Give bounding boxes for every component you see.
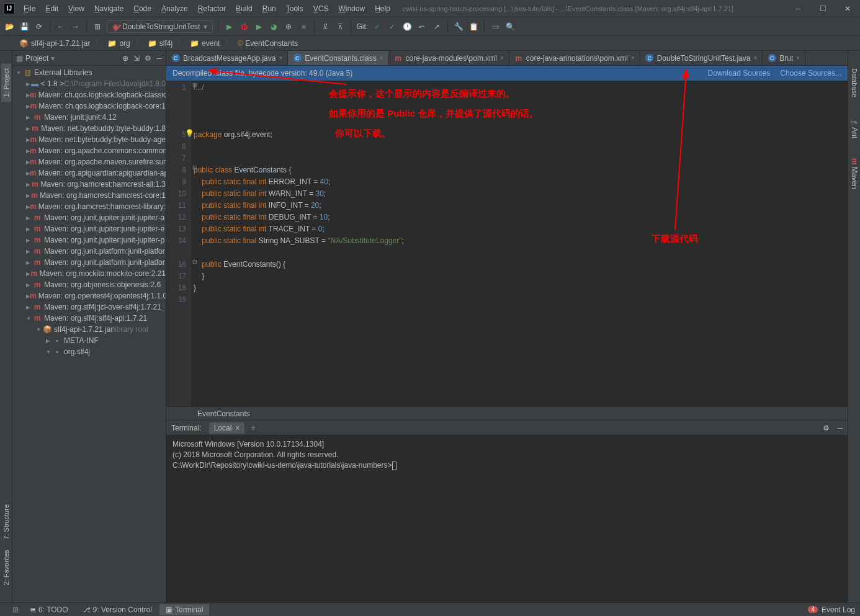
git-push-icon[interactable]: ↗ [431,21,442,32]
menu-code[interactable]: Code [128,2,156,16]
menu-run[interactable]: Run [258,2,281,16]
profile-icon[interactable]: ◕ [268,21,279,32]
close-icon[interactable]: × [279,55,282,61]
choose-sources-link[interactable]: Choose Sources... [780,69,841,78]
close-icon[interactable]: × [631,55,635,61]
tree-row[interactable]: ▶mMaven: org.junit.jupiter:junit-jupiter… [12,212,166,223]
gear-icon[interactable]: ⚙ [145,54,151,63]
project-structure-icon[interactable]: 📋 [468,21,479,32]
git-commit-icon[interactable]: ✓ [387,21,398,32]
attach-icon[interactable]: ⊕ [283,21,294,32]
editor-tab[interactable]: CBroadcastMessageApp.java× [166,51,288,65]
close-button[interactable]: ✕ [835,0,860,17]
menu-file[interactable]: File [19,2,40,16]
git-pull-icon[interactable]: ✓ [372,21,383,32]
tool-project[interactable]: 1: Project [1,63,11,102]
tree-row[interactable]: ▶mMaven: ch.qos.logback:logback-classic [12,89,166,100]
code-editor[interactable]: 1 567891011121314 16171819 /.../ package… [166,81,848,406]
tree-row[interactable]: ▶mMaven: org.objenesis:objenesis:2.6 [12,279,166,290]
open-icon[interactable]: 📂 [4,21,15,32]
download-sources-link[interactable]: Download Sources [708,69,771,78]
close-icon[interactable]: × [500,55,504,61]
tree-row[interactable]: ▶mMaven: org.mockito:mockito-core:2.21 [12,268,166,279]
fold-icon[interactable]: ⊟ [192,164,197,171]
fold-icon[interactable]: ⊞ [192,82,197,88]
git-rollback-icon[interactable]: ⤺ [416,21,428,32]
tree-row[interactable]: ▶mMaven: org.opentest4j:opentest4j:1.1.0 [12,290,166,301]
hide-icon[interactable]: ─ [156,54,162,63]
gear-icon[interactable]: ⚙ [823,424,830,432]
forward-icon[interactable]: → [70,21,81,32]
fold-icon[interactable]: ⊟ [192,259,197,265]
tool-favorites[interactable]: 2: Favorites [1,545,11,590]
tree-row[interactable]: ▶▪META-INF [12,335,166,346]
intention-bulb-icon[interactable]: 💡 [185,129,194,138]
minimize-button[interactable]: ─ [786,0,810,17]
coverage-icon[interactable]: ▶ [253,21,264,32]
tree-row[interactable]: ▶mMaven: net.bytebuddy:byte-buddy:1.8 [12,123,166,134]
git-history-icon[interactable]: 🕐 [401,21,413,32]
tree-row[interactable]: ▶mMaven: org.junit.jupiter:junit-jupiter… [12,223,166,234]
tree-row[interactable]: ▶mMaven: org.apache.commons:common [12,145,166,156]
hide-icon[interactable]: ─ [837,424,843,432]
sync-icon[interactable]: ⟳ [34,21,45,32]
window-icon[interactable]: ▭ [490,21,501,32]
maximize-button[interactable]: ☐ [810,0,835,17]
tree-row[interactable]: ▶mMaven: org.junit.platform:junit-platfo… [12,257,166,268]
save-icon[interactable]: 💾 [19,21,30,32]
editor-tab[interactable]: mcore-java-annotations\pom.xml× [509,51,640,65]
tool-todo[interactable]: ≣6: TODO [24,604,74,615]
run-icon[interactable]: ▶ [223,21,235,32]
breadcrumb-item[interactable]: 📁org [104,38,133,49]
code-text[interactable]: /.../ package org.slf4j.event; public cl… [191,81,848,406]
terminal-tab[interactable]: Local × [209,422,245,434]
tool-ant[interactable]: 🐜 Ant [849,112,860,143]
tool-vcs[interactable]: ⎇9: Version Control [76,604,158,615]
tree-row[interactable]: ▼▥External Libraries [12,67,166,78]
breadcrumb-item[interactable]: 📦slf4j-api-1.7.21.jar [16,38,94,49]
menu-help[interactable]: Help [370,2,395,16]
vcs-commit-icon[interactable]: ⊼ [334,21,346,32]
tree-row[interactable]: ▶mMaven: org.apache.maven.surefire:sure [12,156,166,167]
menu-tools[interactable]: Tools [281,2,308,16]
vcs-update-icon[interactable]: ⊻ [320,21,331,32]
menu-build[interactable]: Build [231,2,258,16]
locate-icon[interactable]: ⊕ [122,54,128,63]
tool-terminal[interactable]: ▣Terminal [159,604,209,615]
breadcrumb-item[interactable]: 📁slf4j [144,38,176,49]
tree-row[interactable]: ▶mMaven: org.slf4j:jcl-over-slf4j:1.7.21 [12,301,166,313]
tree-row[interactable]: ▼▪org.slf4j [12,346,166,357]
tree-row[interactable]: ▼📦slf4j-api-1.7.21.jar library root [12,324,166,335]
menu-vcs[interactable]: VCS [308,2,334,16]
editor-tab[interactable]: CDoubleToStringUnitTest.java× [640,51,763,65]
add-config-icon[interactable]: ⊞ [92,21,103,32]
tool-maven[interactable]: m Maven [849,153,860,194]
add-terminal-icon[interactable]: + [251,424,255,432]
tree-row[interactable]: ▶mMaven: ch.qos.logback:logback-core:1 [12,100,166,112]
settings-icon[interactable]: 🔧 [453,21,464,32]
terminal-body[interactable]: Microsoft Windows [Version 10.0.17134.13… [166,435,848,602]
project-tree[interactable]: ▼▥External Libraries▶▬< 1.8 > C:\Program… [12,66,166,602]
editor-tab[interactable]: mcore-java-modules\pom.xml× [389,51,509,65]
tree-row[interactable]: ▼mMaven: org.slf4j:slf4j-api:1.7.21 [12,313,166,324]
tree-row[interactable]: ▶mMaven: org.hamcrest:hamcrest-library: [12,201,166,212]
tree-row[interactable]: ▶mMaven: net.bytebuddy:byte-buddy-age [12,134,166,145]
menu-refactor[interactable]: Refactor [193,2,231,16]
menu-analyze[interactable]: Analyze [156,2,193,16]
editor-breadcrumb[interactable]: EventConstants [166,406,848,420]
tree-row[interactable]: ▶mMaven: junit:junit:4.12 [12,112,166,123]
event-log-button[interactable]: Event Log [822,605,855,614]
breadcrumb-item[interactable]: 📁event [186,38,223,49]
tool-database[interactable]: Database [849,63,859,102]
tree-row[interactable]: ▶mMaven: org.junit.jupiter:junit-jupiter… [12,234,166,246]
expand-icon[interactable]: ⇲ [133,54,140,63]
tree-row[interactable]: ▶mMaven: org.hamcrest:hamcrest-core:1 [12,190,166,201]
tree-row[interactable]: ▶mMaven: org.junit.platform:junit-platfo… [12,246,166,257]
menu-navigate[interactable]: Navigate [89,2,128,16]
back-icon[interactable]: ← [55,21,66,32]
close-icon[interactable]: × [753,55,757,61]
tree-row[interactable]: ▶mMaven: org.apiguardian:apiguardian-ap [12,167,166,179]
editor-tab[interactable]: CBrut× [763,51,805,65]
breadcrumb-item[interactable]: ©EventConstants [233,38,302,49]
close-icon[interactable]: × [380,55,383,61]
